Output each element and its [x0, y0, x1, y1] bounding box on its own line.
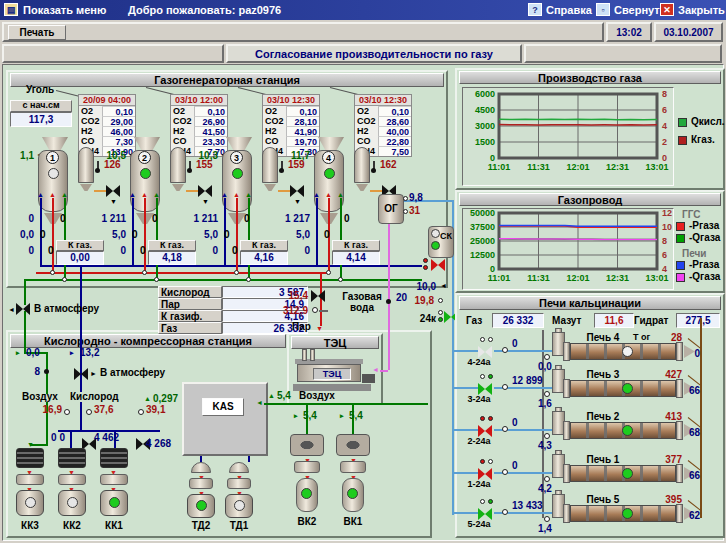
pipe-gas-row	[452, 472, 480, 474]
tec-base	[293, 384, 371, 391]
svg-text:4500: 4500	[475, 105, 495, 115]
sk-label: СК	[440, 232, 452, 242]
gen2-kgaz-box: К газ. 4,18	[148, 240, 196, 265]
thermometer-bulb-icon	[95, 168, 100, 173]
valve-dot-icon	[488, 459, 493, 464]
gen3-number: 3	[230, 151, 243, 164]
furnace4-valve-label: 4-24а	[458, 358, 500, 368]
arrow-up-icon: ▲	[153, 191, 160, 199]
svg-text:12500: 12500	[470, 250, 495, 260]
furnace5-valve-label: 5-24а	[458, 520, 500, 530]
gen1-kgaz-value: 0,00	[56, 251, 104, 265]
junction-dot	[44, 369, 49, 374]
close-icon[interactable]: ✕	[660, 3, 674, 16]
gen3-aux2: 0	[224, 229, 230, 240]
pipe-kas	[248, 456, 250, 462]
td2-stage	[189, 478, 213, 489]
td1-stage	[227, 478, 251, 489]
furnace2-temp: 413	[648, 411, 682, 422]
print-button[interactable]: Печать	[8, 25, 66, 40]
td1-label: ТД1	[223, 520, 255, 531]
vk2-cooler	[290, 434, 324, 456]
pipe-gas-row	[452, 512, 480, 514]
gen2-kgaz-value: 4,18	[148, 251, 196, 265]
og-unit[interactable]: ОГ	[378, 194, 404, 224]
flow-marker-icon: ▸	[70, 349, 74, 357]
vk1-stage	[340, 461, 366, 473]
legend-label: -Ргаза	[689, 259, 726, 270]
gen4-aux2: 0	[324, 229, 330, 240]
help-button[interactable]: Справка	[546, 4, 592, 16]
valve-24k-label: 24к	[410, 313, 436, 324]
kk3-led	[25, 497, 36, 508]
valve-dot-icon	[488, 374, 493, 379]
gen1-flow2: 0,0	[4, 229, 34, 240]
furnace4-led	[622, 346, 633, 357]
gen2-status-led	[140, 168, 151, 179]
furnace1-temp: 377	[648, 454, 682, 465]
minimize-button[interactable]: Свернуть	[614, 4, 666, 16]
kas-unit[interactable]	[182, 382, 268, 456]
arrow-left-icon: ◄	[256, 399, 263, 407]
gen1-tower	[78, 147, 94, 183]
furnace5-out: 62	[680, 510, 700, 521]
furnace3-temp: 427	[648, 369, 682, 380]
mazut-label: Мазут	[552, 315, 592, 326]
gen1-number: 1	[46, 151, 59, 164]
gas-flow-value: 10,0	[406, 281, 436, 292]
gen1-flow3: 0	[4, 245, 34, 256]
svg-text:2: 2	[662, 137, 667, 147]
sensor-dot-icon	[502, 384, 508, 390]
menu-icon[interactable]: ▤	[4, 3, 18, 16]
gen1-aux2: 0	[40, 229, 46, 240]
kks-atm-valve-icon[interactable]	[74, 368, 88, 380]
sensor-dot-icon	[64, 409, 70, 415]
furnace-cap	[563, 464, 570, 483]
scada-window: ▤ Показать меню Добро пожаловать: paz097…	[0, 0, 726, 543]
svg-text:12:01: 12:01	[566, 273, 589, 283]
marker-icon: ◄	[440, 282, 447, 290]
gen1-tar-valve-icon[interactable]	[106, 185, 120, 197]
junction-dot	[50, 270, 55, 275]
pipe-vk-air	[264, 403, 428, 405]
legend-swatch	[678, 118, 687, 127]
valve-dot-icon	[488, 337, 493, 342]
show-menu-button[interactable]: Показать меню	[23, 4, 106, 16]
gen4-aux1: 0	[344, 213, 350, 224]
vk2-stage	[294, 461, 320, 473]
gen4-temp: 162	[380, 159, 406, 170]
legend-swatch	[676, 222, 685, 231]
arrow-up-icon: ▲	[245, 191, 252, 199]
gen3-status-led	[232, 168, 243, 179]
furnace1-led	[622, 468, 633, 479]
close-button[interactable]: Закрыть	[678, 4, 725, 16]
legend-label: -Qгаза	[689, 271, 726, 282]
svg-text:0: 0	[662, 153, 667, 163]
arrow-up-icon: ▲	[49, 191, 56, 199]
steam-valve-icon[interactable]	[311, 290, 325, 302]
vk1-cooler	[336, 434, 370, 456]
oxy-press2: 37,6	[94, 404, 124, 415]
svg-text:1500: 1500	[475, 137, 495, 147]
pipe-air-header	[24, 279, 422, 281]
arrow-down-icon: ▼	[294, 198, 301, 206]
svg-text:11:01: 11:01	[488, 273, 511, 283]
gen2-tar-valve-icon[interactable]	[198, 185, 212, 197]
arrow-up-icon: ▲	[141, 191, 148, 199]
svg-text:13:01: 13:01	[645, 162, 668, 172]
td1-led	[234, 500, 245, 511]
kk1-led	[109, 497, 120, 508]
gen4-flow2: 5,0	[278, 229, 310, 240]
pipe-gas-header	[40, 265, 422, 267]
svg-text:50000: 50000	[470, 209, 495, 218]
help-icon[interactable]: ?	[528, 3, 542, 16]
minimize-icon[interactable]: ▫	[596, 3, 610, 16]
legend-label: -Ргаза	[689, 220, 726, 231]
sk-led-on	[431, 241, 440, 250]
gen3-tar-valve-icon[interactable]	[290, 185, 304, 197]
sk-valve-icon[interactable]	[431, 259, 445, 271]
arrow-up-icon: ▲	[144, 395, 151, 403]
atm-valve-icon[interactable]	[16, 303, 30, 315]
svg-text:37500: 37500	[470, 222, 495, 232]
gen1-flow1: 0	[4, 213, 34, 224]
